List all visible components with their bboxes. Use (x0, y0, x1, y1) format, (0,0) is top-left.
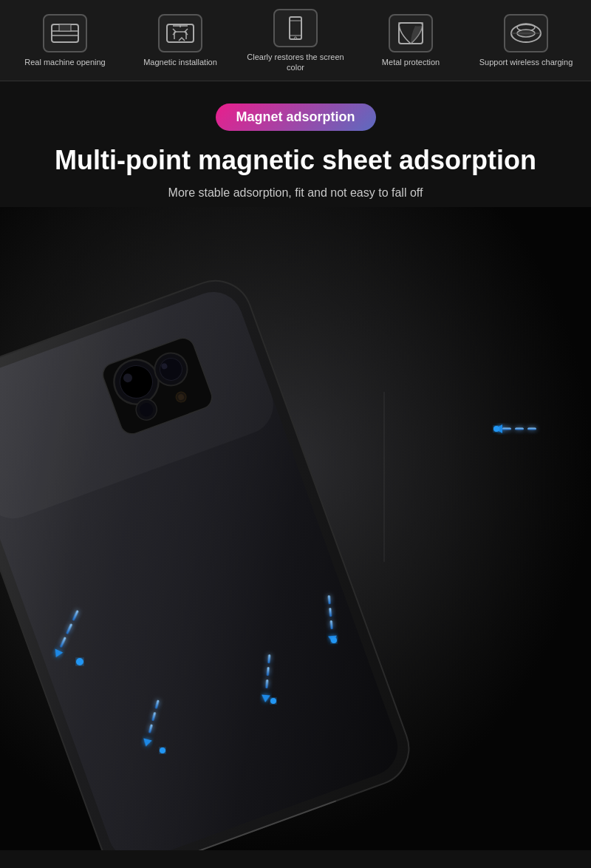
features-bar: Real machine opening Magnetic installati… (0, 0, 591, 81)
feature-real-machine-opening: Real machine opening (10, 14, 120, 67)
phone-scene-svg (0, 207, 591, 850)
magnet-badge: Magnet adsorption (216, 104, 376, 131)
wireless-charging-icon-box (504, 14, 548, 52)
real-machine-opening-icon-box (43, 14, 87, 52)
svg-rect-55 (515, 427, 524, 430)
svg-rect-54 (502, 427, 511, 430)
magnetic-installation-icon (164, 20, 197, 47)
phone-scene (0, 207, 591, 850)
magnetic-installation-label: Magnetic installation (143, 57, 217, 67)
clearly-restores-icon (279, 15, 312, 41)
wireless-charging-label: Support wireless charging (479, 57, 573, 67)
svg-point-62 (493, 426, 499, 432)
wireless-charging-icon (507, 20, 545, 47)
feature-clearly-restores: Clearly restores the screen color (240, 9, 351, 73)
metal-protection-icon (394, 20, 427, 47)
feature-metal-protection: Metal protection (355, 14, 466, 67)
magnetic-installation-icon-box (158, 14, 202, 52)
magnet-title: Multi-point magnetic sheet adsorption (15, 144, 576, 176)
feature-wireless-charging: Support wireless charging (471, 14, 581, 67)
metal-protection-label: Metal protection (382, 57, 440, 67)
feature-magnetic-installation: Magnetic installation (125, 14, 236, 67)
magnet-section: Magnet adsorption Multi-point magnetic s… (0, 81, 591, 207)
real-machine-opening-label: Real machine opening (24, 57, 105, 67)
svg-point-58 (76, 658, 83, 665)
clearly-restores-icon-box (273, 9, 318, 47)
magnet-subtitle: More stable adsorption, fit and not easy… (15, 186, 576, 200)
clearly-restores-label: Clearly restores the screen color (240, 52, 351, 73)
svg-point-13 (295, 37, 297, 39)
svg-point-61 (331, 637, 337, 643)
svg-rect-56 (527, 427, 536, 430)
svg-rect-3 (59, 24, 71, 31)
svg-point-59 (160, 747, 165, 753)
real-machine-opening-icon (49, 20, 81, 47)
metal-protection-icon-box (389, 14, 433, 52)
svg-point-60 (270, 698, 276, 704)
